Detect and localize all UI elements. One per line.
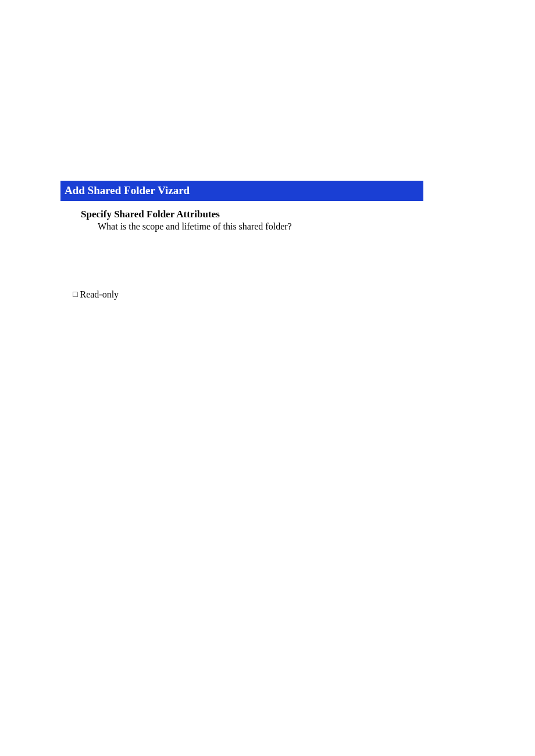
wizard-header: Specify Shared Folder Attributes What is… (60, 201, 423, 233)
checkbox-icon[interactable]: □ (73, 290, 77, 299)
wizard-header-title: Specify Shared Folder Attributes (81, 208, 423, 221)
wizard-title-bar: Add Shared Folder Vizard (60, 181, 423, 201)
wizard-title: Add Shared Folder Vizard (65, 184, 190, 196)
read-only-label: Read-only (80, 289, 119, 300)
read-only-checkbox-row[interactable]: □ Read-only (73, 289, 119, 300)
wizard-header-subtitle: What is the scope and lifetime of this s… (81, 221, 423, 233)
wizard-panel: Add Shared Folder Vizard Specify Shared … (60, 181, 423, 233)
